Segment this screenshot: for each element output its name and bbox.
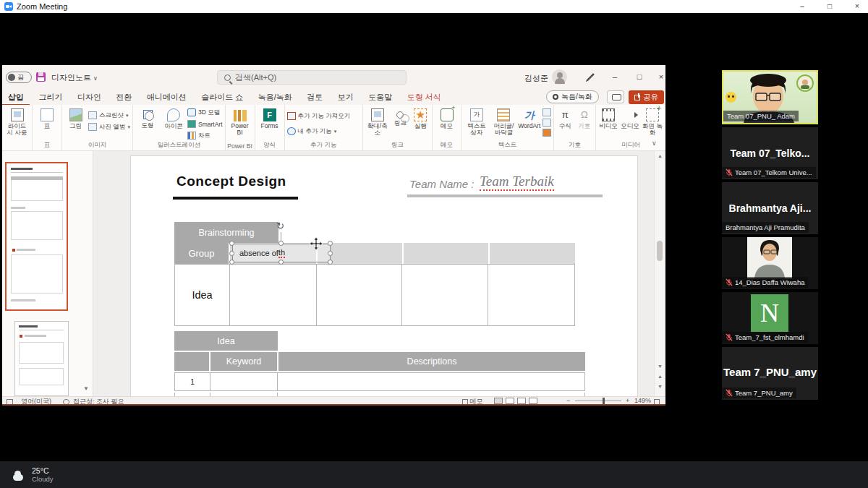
zoom-slider-thumb[interactable] (603, 398, 605, 404)
my-addins-button[interactable]: 내 추가 기능 ▾ (287, 126, 351, 137)
ribbon-collapse-chevron-icon[interactable]: ∨ (652, 140, 657, 147)
header-footer-button[interactable]: 머리글/바닥글 (491, 107, 516, 137)
shapes-button[interactable]: 도형 (135, 107, 160, 129)
object-icon-button[interactable] (542, 129, 551, 137)
idea-table-header[interactable]: Idea (174, 331, 278, 351)
tab-draw[interactable]: 그리기 (33, 90, 68, 104)
zoom-minimize-button[interactable]: – (790, 0, 814, 13)
participant-tile-amy[interactable]: Team 7_PNU_amy Team 7_PNU_amy (722, 347, 818, 400)
date-time-icon-button[interactable] (542, 108, 551, 116)
ppt-close-button[interactable]: × (650, 65, 672, 88)
tab-animations[interactable]: 애니메이션 (141, 90, 192, 104)
audio-button[interactable]: 오디오 (620, 107, 640, 129)
zoom-slider-track[interactable] (575, 401, 621, 401)
video-button[interactable]: 비디오 (598, 107, 618, 129)
reuse-slides-button[interactable]: 라이드 시 사용 (4, 107, 30, 137)
reading-view-button[interactable] (517, 398, 526, 404)
icons-button[interactable]: 아이콘 (161, 107, 186, 129)
tab-slideshow[interactable]: 슬라이드 쇼 (195, 90, 249, 104)
participant-tile-elmhamdi[interactable]: N Team_7_fst_elmhamdi (722, 292, 818, 344)
slide-thumbnail-2[interactable] (14, 321, 69, 396)
idea-cell-4[interactable] (488, 265, 574, 325)
comments-button[interactable] (607, 90, 624, 103)
new-comment-button[interactable]: 메모 (435, 107, 459, 129)
group-cell-3[interactable] (404, 243, 488, 264)
equation-button[interactable]: π 수식 (556, 107, 574, 129)
chart-button[interactable]: 차트 (187, 130, 223, 141)
row-number-cell[interactable]: 1 (175, 373, 210, 390)
tab-view[interactable]: 보기 (332, 90, 359, 104)
screenshot-button[interactable]: 스크린샷 ▾ (88, 110, 130, 121)
team-name-value[interactable]: Team Terbaik (480, 174, 554, 191)
text-box-button[interactable]: 가 텍스트 상자 (464, 107, 490, 137)
autosave-toggle[interactable]: 끔 (6, 72, 32, 83)
tab-review[interactable]: 검토 (301, 90, 328, 104)
participant-tile-adam[interactable]: Team 07_PNU_ Adam (722, 70, 818, 124)
normal-view-button[interactable] (494, 398, 503, 404)
selection-handle[interactable] (229, 260, 234, 265)
scrollbar-thumb[interactable] (657, 241, 663, 261)
account-avatar[interactable] (552, 69, 567, 85)
selection-handle[interactable] (229, 251, 234, 256)
participant-tile-telkom[interactable]: Team 07_Telko... Team 07_Telkom Unive... (722, 127, 818, 179)
link-button[interactable]: 링크 (391, 107, 410, 127)
picture-button[interactable]: 그림 (64, 107, 87, 129)
selection-handle[interactable] (328, 251, 333, 256)
zoom-in-button[interactable]: + (626, 397, 629, 404)
rotate-handle-icon[interactable]: ↻ (276, 221, 284, 231)
selection-handle[interactable] (229, 241, 234, 246)
weather-widget[interactable]: 25°C Cloudy (10, 466, 126, 484)
number-column-header[interactable] (174, 352, 209, 371)
slide-sorter-view-button[interactable] (506, 398, 514, 404)
idea-row-header[interactable]: Idea (175, 265, 230, 325)
tab-insert[interactable]: 삽입 (2, 90, 30, 106)
zoom-maximize-button[interactable]: □ (817, 0, 842, 13)
get-addins-button[interactable]: 추가 기능 가져오기 (287, 111, 351, 121)
document-title[interactable]: 디자인노트 ∨ (51, 72, 98, 83)
tab-design[interactable]: 디자인 (72, 90, 107, 104)
idea-cell-3[interactable] (402, 265, 488, 325)
photo-album-button[interactable]: 사진 앨범 ▾ (88, 121, 130, 132)
tab-shape-format[interactable]: 도형 서식 (401, 90, 447, 104)
power-bi-button[interactable]: Power BI (228, 107, 252, 137)
slide-title[interactable]: Concept Design (176, 174, 286, 189)
scroll-down-icon[interactable]: ▼ (655, 364, 665, 369)
participant-tile-dias[interactable]: 14_Dias Daffa Wiwaha (722, 237, 818, 289)
zoom-feature-button[interactable]: 확대/축소 (365, 107, 390, 137)
forms-button[interactable]: F Forms (258, 107, 282, 129)
idea-cell-1[interactable] (230, 265, 317, 325)
group-row-header[interactable]: Group (174, 243, 229, 264)
zoom-close-button[interactable]: × (845, 0, 868, 13)
ppt-minimize-button[interactable]: – (604, 65, 626, 88)
participant-tile-brahmantya[interactable]: Brahmantya Aji... Brahmantya Aji Pramudi… (722, 182, 818, 234)
tab-record[interactable]: 녹음/녹화 (252, 90, 298, 104)
selection-handle[interactable] (328, 260, 333, 265)
brainstorming-header[interactable]: Brainstorming (174, 222, 278, 243)
descriptions-cell[interactable] (278, 373, 584, 390)
record-button[interactable]: 녹음/녹화 (546, 90, 599, 103)
ppt-maximize-button[interactable]: □ (629, 65, 650, 88)
tab-transitions[interactable]: 전환 (110, 90, 137, 104)
symbol-button[interactable]: Ω 기호 (576, 107, 594, 129)
keyword-cell[interactable] (210, 373, 278, 390)
draw-pen-icon[interactable] (585, 72, 595, 82)
table-button[interactable]: 표 (35, 107, 59, 129)
group-cell-4[interactable] (490, 243, 575, 264)
team-name-label[interactable]: Team Name : (409, 178, 474, 190)
descriptions-column-header[interactable]: Descriptions (278, 352, 585, 371)
slide-thumbnail-1[interactable] (5, 162, 68, 311)
save-icon[interactable] (36, 72, 46, 82)
thumbnail-scroll-down-icon[interactable]: ▼ (83, 385, 89, 392)
idea-cell-2[interactable] (317, 265, 402, 325)
next-slide-icon[interactable]: ▼ (655, 384, 665, 389)
wordart-button[interactable]: 가 WordArt (518, 107, 541, 129)
smartart-button[interactable]: SmartArt (187, 119, 223, 129)
zoom-out-button[interactable]: − (566, 397, 570, 404)
slideshow-view-button[interactable] (529, 398, 537, 404)
screen-recording-button[interactable]: 화면 녹화 (642, 107, 663, 137)
slide-number-icon-button[interactable] (542, 119, 551, 127)
3d-models-button[interactable]: 3D 모델 (187, 107, 223, 118)
slide-scrollbar[interactable]: ▲ ▼ ▲ ▼ (654, 151, 665, 396)
search-input[interactable]: 검색(Alt+Q) (217, 70, 407, 85)
share-button[interactable]: 공유 (629, 90, 664, 104)
